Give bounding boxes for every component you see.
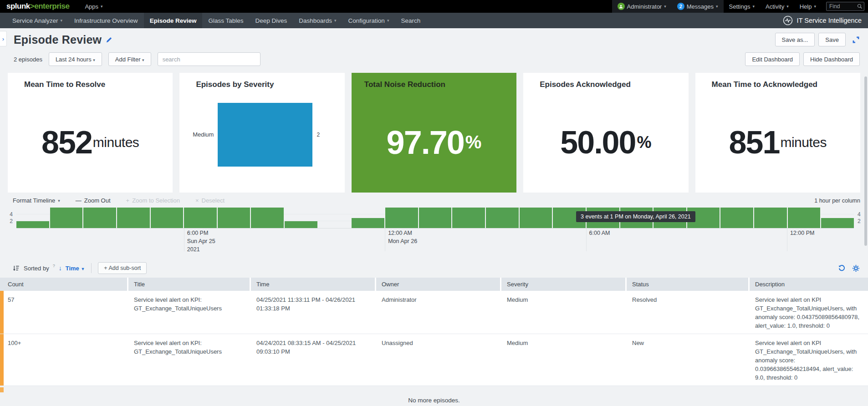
column-header-severity[interactable]: Severity xyxy=(501,278,625,291)
kpi-card-episodes-by-severity[interactable]: Episodes by Severity Medium 2 xyxy=(179,73,344,193)
edit-dashboard-button[interactable]: Edit Dashboard xyxy=(745,52,800,66)
severity-bar-chart: Medium 2 xyxy=(179,89,344,193)
nav-label: Service Analyzer xyxy=(12,17,58,24)
timeline-bar[interactable] xyxy=(83,208,116,228)
edit-title-pencil-icon[interactable] xyxy=(106,36,112,43)
settings-label: Settings xyxy=(729,3,751,10)
kpi-unit: % xyxy=(465,132,482,152)
nav-item-service-analyzer[interactable]: Service Analyzer▾ xyxy=(6,13,68,28)
save-button[interactable]: Save xyxy=(818,33,846,46)
search-icon[interactable] xyxy=(857,4,863,9)
nav-item-deep-dives[interactable]: Deep Dives xyxy=(249,13,293,28)
timeline-bar[interactable] xyxy=(419,208,452,228)
timeline-bar[interactable] xyxy=(352,218,384,228)
kpi-card-mean-time-to-acknowledged[interactable]: Mean Time to Acknowledged 851minutes xyxy=(695,73,860,193)
kpi-card-mean-time-to-resolve[interactable]: Mean Time to Resolve 852minutes xyxy=(8,73,173,193)
fullscreen-expand-icon[interactable] xyxy=(852,36,860,44)
kpi-card-episodes-acknowledged[interactable]: Episodes Acknowledged 50.00% xyxy=(523,73,688,193)
refresh-history-icon[interactable] xyxy=(838,264,846,272)
timeline-bar[interactable] xyxy=(486,208,519,228)
episode-search-input[interactable] xyxy=(158,52,260,66)
help-menu[interactable]: Help▾ xyxy=(794,0,822,13)
column-header-time[interactable]: Time xyxy=(251,278,375,291)
nav-item-dashboards[interactable]: Dashboards▾ xyxy=(293,13,342,28)
settings-menu[interactable]: Settings▾ xyxy=(724,0,761,13)
column-header-owner[interactable]: Owner xyxy=(376,278,500,291)
no-more-episodes-text: No more episodes. xyxy=(0,397,868,404)
nav-item-configuration[interactable]: Configuration▾ xyxy=(342,13,395,28)
vertical-scrollbar-thumb[interactable] xyxy=(864,76,867,246)
cell-time: 04/25/2021 11:33:11 PM - 04/26/2021 01:3… xyxy=(251,291,375,334)
format-timeline-dropdown[interactable]: Format Timeline▾ xyxy=(13,197,60,204)
activity-label: Activity xyxy=(766,3,784,10)
timeline-bar[interactable] xyxy=(50,208,83,228)
timeline-bar[interactable] xyxy=(385,208,418,228)
timeline-bar[interactable] xyxy=(788,208,821,228)
add-filter-dropdown[interactable]: Add Filter ▾ xyxy=(108,52,151,66)
timeline-bar[interactable] xyxy=(754,208,787,228)
table-row[interactable]: 57 Service level alert on KPI: GT_Exchan… xyxy=(0,291,868,334)
deselect-button[interactable]: ×Deselect xyxy=(195,197,225,204)
column-header-title[interactable]: Title xyxy=(128,278,250,291)
severity-bar[interactable] xyxy=(218,103,312,167)
nav-item-episode-review[interactable]: Episode Review xyxy=(144,13,203,28)
nav-label: Dashboards xyxy=(299,17,332,24)
filter-bar: 2 episodes Last 24 hours ▾ Add Filter ▾ … xyxy=(0,51,868,67)
timeline-bar[interactable] xyxy=(251,208,284,228)
timeline-bar[interactable] xyxy=(720,208,753,228)
y-axis-tick-label: 2 xyxy=(5,218,13,224)
brand-enterprise: enterprise xyxy=(34,2,69,10)
save-as-button[interactable]: Save as... xyxy=(775,33,815,46)
apps-menu[interactable]: Apps▾ xyxy=(79,0,108,13)
timeline-bar[interactable] xyxy=(520,208,552,228)
timeline-bar[interactable] xyxy=(16,221,49,228)
messages-menu[interactable]: 2 Messages ▾ xyxy=(672,0,724,13)
nav-label: Deep Dives xyxy=(255,17,287,24)
time-range-dropdown[interactable]: Last 24 hours ▾ xyxy=(49,52,102,66)
nav-item-glass-tables[interactable]: Glass Tables xyxy=(202,13,249,28)
nav-label: Configuration xyxy=(348,17,385,24)
nav-item-search[interactable]: Search xyxy=(395,13,426,28)
y-axis-tick-label: 4 xyxy=(5,211,13,218)
cell-count: 57 xyxy=(0,291,127,334)
close-icon: × xyxy=(195,197,199,204)
caret-down-icon: ▾ xyxy=(58,198,60,203)
caret-down-icon: ▾ xyxy=(716,4,718,9)
timeline-bar[interactable] xyxy=(285,221,317,228)
kpi-card-total-noise-reduction[interactable]: Total Noise Reduction 97.70% xyxy=(352,73,516,193)
caret-down-icon: ▾ xyxy=(786,4,789,9)
zoom-out-label: Zoom Out xyxy=(84,197,111,204)
sidebar-expand-button[interactable]: › xyxy=(0,31,7,46)
column-header-status[interactable]: Status xyxy=(627,278,748,291)
timeline-bar[interactable] xyxy=(184,208,217,228)
sort-field-dropdown[interactable]: Time ▼ xyxy=(66,265,85,272)
divider xyxy=(91,263,92,273)
sort-help-hint[interactable]: ? xyxy=(53,264,55,268)
add-subsort-button[interactable]: + Add sub-sort xyxy=(98,262,147,274)
timeline-bar[interactable] xyxy=(117,208,150,228)
messages-count-badge: 2 xyxy=(677,3,684,10)
activity-menu[interactable]: Activity▾ xyxy=(760,0,794,13)
zoom-out-button[interactable]: —Zoom Out xyxy=(76,197,111,204)
timeline-plot[interactable]: 4 2 4 2 3 events at 1 PM on Monday, Apri… xyxy=(16,208,854,228)
timeline-bar[interactable] xyxy=(821,218,854,228)
splunk-logo[interactable]: splunk>enterprise xyxy=(6,2,69,11)
zoom-to-selection-button[interactable]: +Zoom to Selection xyxy=(126,197,180,204)
timeline-bar[interactable] xyxy=(218,208,250,228)
table-row[interactable]: 100+ Service level alert on KPI: GT_Exch… xyxy=(0,334,868,386)
hide-dashboard-button[interactable]: Hide Dashboard xyxy=(803,52,860,66)
timeline-bar[interactable] xyxy=(452,208,485,228)
user-label: Administrator xyxy=(627,3,662,10)
user-menu[interactable]: Administrator ▾ xyxy=(612,0,672,13)
timeline-bar[interactable] xyxy=(151,208,184,228)
add-filter-label: Add Filter xyxy=(115,56,141,63)
column-header-count[interactable]: Count xyxy=(0,278,127,291)
sort-direction-icon[interactable]: ↓ xyxy=(59,264,62,272)
gear-icon[interactable] xyxy=(852,264,860,272)
column-header-description[interactable]: Description xyxy=(750,278,868,291)
kpi-title: Mean Time to Acknowledged xyxy=(712,80,860,89)
format-timeline-label: Format Timeline xyxy=(13,197,55,204)
messages-label: Messages xyxy=(687,3,714,10)
nav-item-infrastructure-overview[interactable]: Infrastructure Overview xyxy=(68,13,144,28)
cell-owner: Administrator xyxy=(376,291,500,334)
